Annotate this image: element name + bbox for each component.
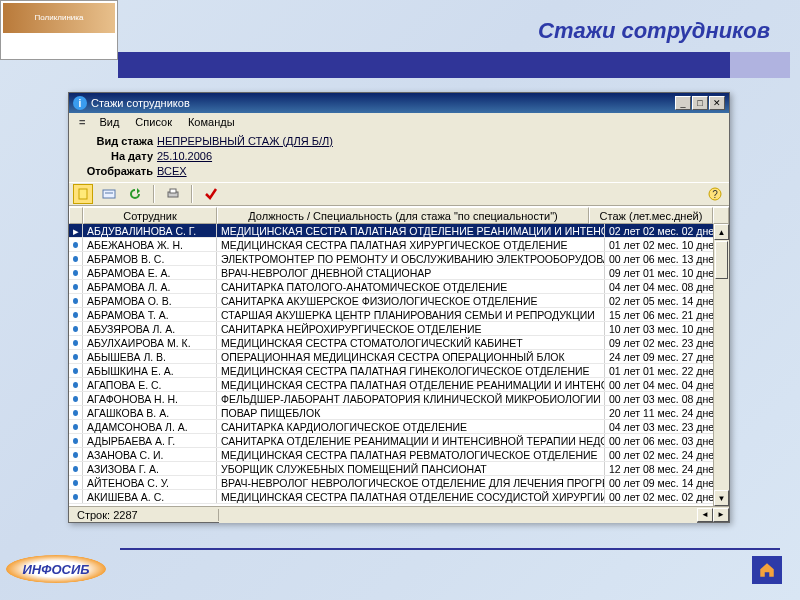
hscroll-left-button[interactable]: ◄ bbox=[697, 508, 713, 522]
seniority-window: i Стажи сотрудников _ □ ✕ = Вид Список К… bbox=[68, 92, 730, 523]
cell-experience: 04 лет 04 мес. 08 дней bbox=[605, 280, 729, 293]
menu-view[interactable]: Вид bbox=[91, 115, 127, 129]
cell-position: СТАРШАЯ АКУШЕРКА ЦЕНТР ПЛАНИРОВАНИЯ СЕМЬ… bbox=[217, 308, 605, 321]
maximize-button[interactable]: □ bbox=[692, 96, 708, 110]
toolbar-refresh-button[interactable] bbox=[125, 184, 145, 204]
header-stripe bbox=[118, 52, 790, 78]
table-row[interactable]: АБЫШЕВА Л. В.ОПЕРАЦИОННАЯ МЕДИЦИНСКАЯ СЕ… bbox=[69, 350, 729, 364]
scroll-up-button[interactable]: ▲ bbox=[714, 224, 729, 240]
scroll-thumb[interactable] bbox=[715, 241, 728, 279]
col-position[interactable]: Должность / Специальность (для стажа "по… bbox=[217, 207, 589, 224]
table-row[interactable]: АБУЗЯРОВА Л. А.САНИТАРКА НЕЙРОХИРУРГИЧЕС… bbox=[69, 322, 729, 336]
table-row[interactable]: АБРАМОВА Е. А.ВРАЧ-НЕВРОЛОГ ДНЕВНОЙ СТАЦ… bbox=[69, 266, 729, 280]
scroll-down-button[interactable]: ▼ bbox=[714, 490, 729, 506]
cell-employee: АБЫШКИНА Е. А. bbox=[83, 364, 217, 377]
menu-dash[interactable]: = bbox=[73, 115, 91, 129]
cell-experience: 00 лет 09 мес. 14 дней bbox=[605, 476, 729, 489]
table-row[interactable]: АДАМСОНОВА Л. А.САНИТАРКА КАРДИОЛОГИЧЕСК… bbox=[69, 420, 729, 434]
svg-text:?: ? bbox=[712, 189, 718, 200]
row-marker bbox=[69, 392, 83, 405]
table-row[interactable]: АГАПОВА Е. С.МЕДИЦИНСКАЯ СЕСТРА ПАЛАТНАЯ… bbox=[69, 378, 729, 392]
toolbar-separator bbox=[153, 185, 155, 203]
toolbar-highlight-button[interactable] bbox=[73, 184, 93, 204]
toolbar-card-button[interactable] bbox=[99, 184, 119, 204]
cell-experience: 02 лет 02 мес. 02 дней bbox=[605, 224, 729, 237]
table-row[interactable]: АБРАМОВА О. В.САНИТАРКА АКУШЕРСКОЕ ФИЗИО… bbox=[69, 294, 729, 308]
toolbar-check-button[interactable] bbox=[201, 184, 221, 204]
filter-kind-value[interactable]: НЕПРЕРЫВНЫЙ СТАЖ (ДЛЯ Б/Л) bbox=[157, 135, 333, 147]
table-row[interactable]: АГАФОНОВА Н. Н.ФЕЛЬДШЕР-ЛАБОРАНТ ЛАБОРАТ… bbox=[69, 392, 729, 406]
menu-list[interactable]: Список bbox=[127, 115, 180, 129]
filter-show-value[interactable]: ВСЕХ bbox=[157, 165, 187, 177]
table-row[interactable]: АБЕЖАНОВА Ж. Н.МЕДИЦИНСКАЯ СЕСТРА ПАЛАТН… bbox=[69, 238, 729, 252]
svg-rect-1 bbox=[103, 190, 115, 198]
home-button[interactable] bbox=[752, 556, 782, 584]
cell-employee: АЙТЕНОВА С. У. bbox=[83, 476, 217, 489]
logo-strip: Поликлиника bbox=[3, 3, 115, 33]
cell-experience: 09 лет 02 мес. 23 дней bbox=[605, 336, 729, 349]
titlebar[interactable]: i Стажи сотрудников _ □ ✕ bbox=[69, 93, 729, 113]
cell-position: МЕДИЦИНСКАЯ СЕСТРА ПАЛАТНАЯ ОТДЕЛЕНИЕ СО… bbox=[217, 490, 605, 503]
cell-experience: 00 лет 02 мес. 02 дней bbox=[605, 490, 729, 503]
minimize-button[interactable]: _ bbox=[675, 96, 691, 110]
cell-position: ВРАЧ-НЕВРОЛОГ НЕВРОЛОГИЧЕСКОЕ ОТДЕЛЕНИЕ … bbox=[217, 476, 605, 489]
toolbar-separator-2 bbox=[191, 185, 193, 203]
toolbar-help-button[interactable]: ? bbox=[705, 184, 725, 204]
menubar: = Вид Список Команды bbox=[69, 113, 729, 131]
row-marker: ▸ bbox=[69, 224, 83, 237]
cell-experience: 15 лет 06 мес. 21 дней bbox=[605, 308, 729, 321]
col-experience[interactable]: Стаж (лет.мес.дней) bbox=[589, 207, 713, 224]
table-row[interactable]: ▸АБДУВАЛИНОВА С. Г.МЕДИЦИНСКАЯ СЕСТРА ПА… bbox=[69, 224, 729, 238]
table-row[interactable]: АДЫРБАЕВА А. Г.САНИТАРКА ОТДЕЛЕНИЕ РЕАНИ… bbox=[69, 434, 729, 448]
cell-experience: 12 лет 08 мес. 24 дней bbox=[605, 462, 729, 475]
toolbar: ? bbox=[69, 182, 729, 206]
home-icon bbox=[758, 561, 776, 579]
row-marker bbox=[69, 336, 83, 349]
cell-experience: 00 лет 02 мес. 24 дней bbox=[605, 448, 729, 461]
cell-experience: 01 лет 02 мес. 10 дней bbox=[605, 238, 729, 251]
cell-position: УБОРЩИК СЛУЖЕБНЫХ ПОМЕЩЕНИЙ ПАНСИОНАТ bbox=[217, 462, 605, 475]
table-row[interactable]: АБУЛХАИРОВА М. К.МЕДИЦИНСКАЯ СЕСТРА СТОМ… bbox=[69, 336, 729, 350]
cell-position: САНИТАРКА ПАТОЛОГО-АНАТОМИЧЕСКОЕ ОТДЕЛЕН… bbox=[217, 280, 605, 293]
cell-position: МЕДИЦИНСКАЯ СЕСТРА ПАЛАТНАЯ ОТДЕЛЕНИЕ РЕ… bbox=[217, 378, 605, 391]
cell-experience: 00 лет 06 мес. 13 дней bbox=[605, 252, 729, 265]
cell-employee: АГАПОВА Е. С. bbox=[83, 378, 217, 391]
row-marker bbox=[69, 280, 83, 293]
table-row[interactable]: АГАШКОВА В. А.ПОВАР ПИЩЕБЛОК20 лет 11 ме… bbox=[69, 406, 729, 420]
col-marker[interactable] bbox=[69, 207, 83, 224]
row-marker bbox=[69, 434, 83, 447]
table-row[interactable]: АЗАНОВА С. И.МЕДИЦИНСКАЯ СЕСТРА ПАЛАТНАЯ… bbox=[69, 448, 729, 462]
cell-experience: 24 лет 09 мес. 27 дней bbox=[605, 350, 729, 363]
table-row[interactable]: АБРАМОВ В. С.ЭЛЕКТРОМОНТЕР ПО РЕМОНТУ И … bbox=[69, 252, 729, 266]
close-button[interactable]: ✕ bbox=[709, 96, 725, 110]
titlebar-text: Стажи сотрудников bbox=[91, 97, 675, 109]
toolbar-print-button[interactable] bbox=[163, 184, 183, 204]
cell-position: МЕДИЦИНСКАЯ СЕСТРА ПАЛАТНАЯ ОТДЕЛЕНИЕ РЕ… bbox=[217, 224, 605, 237]
table-row[interactable]: АБЫШКИНА Е. А.МЕДИЦИНСКАЯ СЕСТРА ПАЛАТНА… bbox=[69, 364, 729, 378]
hscroll-track[interactable] bbox=[219, 507, 697, 523]
cell-employee: АБУЗЯРОВА Л. А. bbox=[83, 322, 217, 335]
row-marker bbox=[69, 294, 83, 307]
table-row[interactable]: АЙТЕНОВА С. У.ВРАЧ-НЕВРОЛОГ НЕВРОЛОГИЧЕС… bbox=[69, 476, 729, 490]
cell-experience: 00 лет 04 мес. 04 дней bbox=[605, 378, 729, 391]
svg-rect-0 bbox=[79, 189, 87, 199]
cell-position: ВРАЧ-НЕВРОЛОГ ДНЕВНОЙ СТАЦИОНАР bbox=[217, 266, 605, 279]
cell-employee: АБРАМОВ В. С. bbox=[83, 252, 217, 265]
table-row[interactable]: АБРАМОВА Т. А.СТАРШАЯ АКУШЕРКА ЦЕНТР ПЛА… bbox=[69, 308, 729, 322]
footer-divider bbox=[120, 548, 780, 550]
filter-date-value[interactable]: 25.10.2006 bbox=[157, 150, 212, 162]
table-row[interactable]: АЗИЗОВА Г. А.УБОРЩИК СЛУЖЕБНЫХ ПОМЕЩЕНИЙ… bbox=[69, 462, 729, 476]
cell-position: ОПЕРАЦИОННАЯ МЕДИЦИНСКАЯ СЕСТРА ОПЕРАЦИО… bbox=[217, 350, 605, 363]
hscroll-right-button[interactable]: ► bbox=[713, 508, 729, 522]
cell-position: САНИТАРКА АКУШЕРСКОЕ ФИЗИОЛОГИЧЕСКОЕ ОТД… bbox=[217, 294, 605, 307]
cell-experience: 04 лет 03 мес. 23 дней bbox=[605, 420, 729, 433]
cell-position: ЭЛЕКТРОМОНТЕР ПО РЕМОНТУ И ОБСЛУЖИВАНИЮ … bbox=[217, 252, 605, 265]
cell-experience: 20 лет 11 мес. 24 дней bbox=[605, 406, 729, 419]
footer-brand-text: ИНФОСИБ bbox=[6, 555, 106, 583]
table-row[interactable]: АКИШЕВА А. С.МЕДИЦИНСКАЯ СЕСТРА ПАЛАТНАЯ… bbox=[69, 490, 729, 504]
col-employee[interactable]: Сотрудник bbox=[83, 207, 217, 224]
menu-commands[interactable]: Команды bbox=[180, 115, 243, 129]
table-row[interactable]: АБРАМОВА Л. А.САНИТАРКА ПАТОЛОГО-АНАТОМИ… bbox=[69, 280, 729, 294]
vertical-scrollbar[interactable]: ▲ ▼ bbox=[713, 224, 729, 506]
status-bar: Строк: 2287 ◄ ► bbox=[69, 506, 729, 522]
